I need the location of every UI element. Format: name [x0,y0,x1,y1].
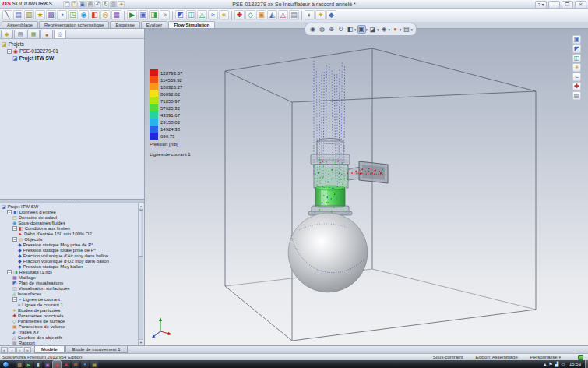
units-icon[interactable]: ◔ [57,10,67,20]
tree-item[interactable]: −◎Objectifs [0,236,139,242]
boundary-condition-icon[interactable]: ◧ [90,10,100,20]
view-orientation-icon[interactable]: ▣ [357,25,366,34]
view-settings-icon[interactable]: ▤ [403,25,411,34]
tree-item[interactable]: ◭Tracés XY [0,329,139,334]
hide-show-items-icon[interactable]: ◈ [380,25,389,34]
trajectories-toggle-icon[interactable]: ≈ [572,73,581,81]
point-parameters-icon[interactable]: ✚ [234,10,245,20]
clone-project-icon[interactable]: ▥ [24,10,34,20]
terminal-icon[interactable]: ▮ [34,361,42,368]
tree-item[interactable]: ◆Pression statique Moy ballon [0,264,139,269]
expander-icon[interactable]: − [12,226,17,231]
tree-item[interactable]: ✚Paramètres ponctuels [0,313,139,318]
tree-item[interactable]: −◨Résultats (1.fld) [0,269,139,274]
tree-item[interactable]: ◪Projets [0,41,144,48]
minimize-button[interactable]: – [548,1,560,9]
expander-icon[interactable]: − [7,270,12,274]
rebuild-icon[interactable]: ↻ [102,1,109,8]
sticky-notes-icon[interactable]: ▤ [90,361,98,368]
panel-tab-property-manager[interactable]: ▤ [14,30,26,38]
open-document-icon[interactable]: ◰ [71,1,78,8]
tree-item[interactable]: ◆Pression statique Moy prise de P° [0,242,139,247]
bottom-tab-mod-le[interactable]: Modèle [34,346,65,353]
bottom-tab-etude-de-mouvement-1[interactable]: Etude de mouvement 1 [65,346,128,353]
cut-plot-icon[interactable]: ◩ [175,10,185,20]
flow-features-icon[interactable]: ◆ [326,10,336,20]
solidworks-icon[interactable]: ◆ [53,361,61,368]
tree-item[interactable]: △Courbes des objectifs [0,334,139,340]
display-transparency-icon[interactable]: ◐ [305,10,315,20]
expander-icon[interactable]: − [12,237,17,242]
tree-item[interactable]: ≈Lignes de courant 1 [0,302,139,307]
network-icon[interactable]: ▟ [555,362,559,366]
solver-monitor-icon[interactable]: ▣ [138,10,148,20]
surface-plot-toggle-icon[interactable]: ◫ [572,54,581,62]
tab-repr-sentation-sch-matique[interactable]: Représentation schématique [39,21,109,28]
tray-expand-icon[interactable]: ▴ [544,362,546,366]
tab-evaluer[interactable]: Evaluer [141,21,167,28]
tree-item[interactable]: ◳Domaine de calcul [0,214,139,220]
scroll-up-icon[interactable]: ▲ [139,203,143,210]
mail-icon[interactable]: ✉ [72,361,79,368]
tab-esquisse[interactable]: Esquisse [110,21,139,28]
volume-parameters-icon[interactable]: ▣ [256,10,266,20]
action-flag-icon[interactable]: ⚑ [548,362,552,366]
flow-trajectories-icon[interactable]: ≈ [208,10,218,20]
particle-study-icon[interactable]: ∗ [219,10,229,20]
cut-plot-toggle-icon[interactable]: ◩ [572,44,581,53]
media-app-icon[interactable]: ▶ [25,361,33,368]
explorer-icon[interactable]: ▨ [16,361,23,368]
tree-item[interactable]: ▣Paramètres de volume [0,324,139,329]
new-flow-project-icon[interactable]: ▤ [13,10,23,20]
tree-item[interactable]: ◫Visualisation surfaciques [0,285,139,291]
panel-tab-configuration-manager[interactable]: ▦ [27,30,40,38]
volume-icon[interactable]: ◁ [561,362,565,366]
tree-item[interactable]: ◆Pression statique totale prise de P° [0,247,139,253]
tree-item[interactable]: ◪Projet ITW SW [0,55,144,62]
tab-assemblage[interactable]: Assemblage [2,21,38,28]
general-settings-icon[interactable]: ▩ [46,10,56,20]
fluid-subdomain-icon[interactable]: ◉ [79,10,89,20]
browser-icon[interactable]: ● [81,361,89,368]
zoom-previous-icon[interactable]: ⊕ [327,25,336,34]
print-icon[interactable]: ▤ [86,1,93,8]
xy-plot-icon[interactable]: ◭ [267,10,277,20]
tree-item[interactable]: −◧Données d'entrée [0,209,139,214]
rotate-view-icon[interactable]: ↻ [336,25,345,34]
graphics-viewport[interactable]: 128793.57114559.92100326.2786092.6271858… [145,29,588,345]
restore-button[interactable]: ❐ [562,1,573,9]
tree-scrollbar[interactable]: ▲ ▼ [138,203,143,345]
expander-icon[interactable]: − [7,49,12,54]
appearances-icon[interactable]: ● [391,25,400,34]
tree-item[interactable]: −≈Lignes de courant [0,296,139,302]
lighting-toggle-icon[interactable]: ☀ [572,63,581,72]
close-button[interactable]: ✕ [575,1,586,9]
zoom-fit-icon[interactable]: ◉ [308,25,317,34]
tree-item[interactable]: ◆Fraction volumique d'Air moy dans ballo… [0,253,139,258]
tab-scroll-button[interactable]: ‹ [9,347,16,353]
load-results-icon[interactable]: ◨ [149,10,159,20]
goal-plot-icon[interactable]: △ [278,10,288,20]
tab-scroll-button[interactable]: › [16,347,23,353]
tree-item[interactable]: ▤Rapport [0,340,139,345]
tree-item[interactable]: ◆Fraction volumique d'O2 moy dans ballon [0,258,139,264]
image-viewer-icon[interactable]: ▣ [44,361,51,368]
expander-icon[interactable]: − [12,297,17,302]
isosurface-icon[interactable]: ◬ [197,10,207,20]
tab-flow-simulation[interactable]: Flow Simulation [168,21,215,28]
tree-item[interactable]: ◩Plan de visualisations [0,280,139,285]
display-options-icon[interactable]: ▤ [572,91,581,100]
show-desktop-button[interactable] [585,360,588,368]
tree-item[interactable]: ◇Paramètres de surface [0,318,139,324]
expander-icon[interactable]: − [7,210,12,214]
surface-plot-icon[interactable]: ◫ [186,10,196,20]
tab-scroll-button[interactable]: « [1,347,8,353]
taskbar-clock[interactable]: 15:53 [569,362,581,366]
tree-item[interactable]: −◧Conditions aux limites [0,225,139,231]
wizard-icon[interactable]: ★ [35,10,45,20]
start-button[interactable] [2,361,9,368]
file-properties-icon[interactable]: ▥ [110,1,117,8]
probe-toggle-icon[interactable]: ✚ [572,82,581,90]
scrollbar-thumb[interactable] [139,210,143,257]
panel-tab-flow-simulation-tree[interactable]: ◎ [54,30,66,38]
